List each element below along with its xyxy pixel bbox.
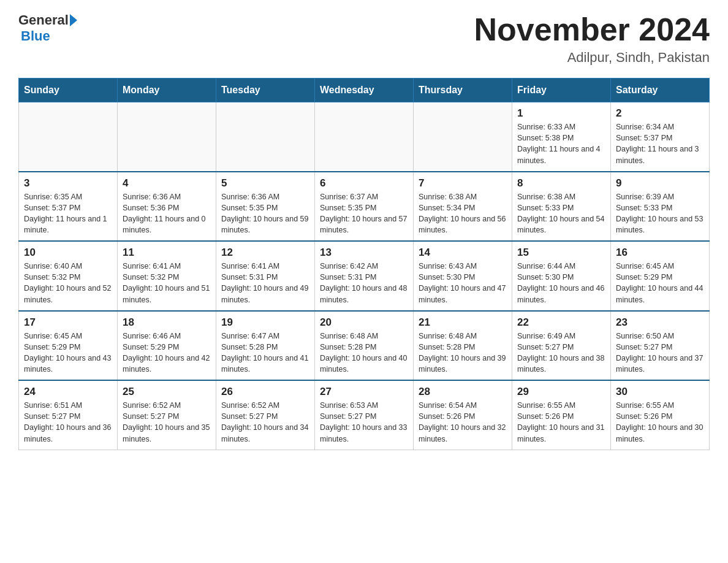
day-number: 7 [419, 177, 507, 190]
day-header-tuesday: Tuesday [216, 79, 315, 102]
calendar-cell: 10Sunrise: 6:40 AMSunset: 5:32 PMDayligh… [19, 241, 118, 311]
day-number: 23 [616, 316, 704, 329]
calendar-cell: 29Sunrise: 6:55 AMSunset: 5:26 PMDayligh… [512, 380, 611, 450]
day-info: Sunrise: 6:48 AMSunset: 5:28 PMDaylight:… [320, 331, 408, 375]
calendar-week-row: 1Sunrise: 6:33 AMSunset: 5:38 PMDaylight… [19, 102, 710, 172]
calendar-cell: 12Sunrise: 6:41 AMSunset: 5:31 PMDayligh… [216, 241, 315, 311]
day-info: Sunrise: 6:53 AMSunset: 5:27 PMDaylight:… [320, 400, 408, 445]
page-header: General Blue November 2024 Adilpur, Sind… [18, 12, 710, 66]
day-header-saturday: Saturday [611, 79, 710, 102]
day-number: 18 [123, 316, 211, 329]
day-number: 3 [24, 177, 112, 190]
day-number: 8 [517, 177, 605, 190]
calendar-week-row: 3Sunrise: 6:35 AMSunset: 5:37 PMDaylight… [19, 172, 710, 242]
day-info: Sunrise: 6:36 AMSunset: 5:36 PMDaylight:… [123, 191, 211, 236]
calendar-cell [19, 102, 118, 172]
calendar-cell: 27Sunrise: 6:53 AMSunset: 5:27 PMDayligh… [315, 380, 414, 450]
day-number: 12 [221, 247, 309, 259]
day-info: Sunrise: 6:45 AMSunset: 5:29 PMDaylight:… [616, 261, 704, 305]
day-info: Sunrise: 6:48 AMSunset: 5:28 PMDaylight:… [419, 331, 507, 375]
calendar-week-row: 10Sunrise: 6:40 AMSunset: 5:32 PMDayligh… [19, 241, 710, 311]
day-number: 2 [616, 107, 704, 120]
day-info: Sunrise: 6:46 AMSunset: 5:29 PMDaylight:… [123, 331, 211, 375]
day-info: Sunrise: 6:54 AMSunset: 5:26 PMDaylight:… [419, 400, 507, 445]
calendar-cell [216, 102, 315, 172]
day-info: Sunrise: 6:55 AMSunset: 5:26 PMDaylight:… [616, 400, 704, 445]
calendar-cell: 28Sunrise: 6:54 AMSunset: 5:26 PMDayligh… [414, 380, 512, 450]
calendar-cell: 22Sunrise: 6:49 AMSunset: 5:27 PMDayligh… [512, 311, 611, 381]
day-number: 4 [123, 177, 211, 190]
day-header-monday: Monday [118, 79, 216, 102]
day-number: 15 [517, 247, 605, 259]
location-title: Adilpur, Sindh, Pakistan [474, 50, 710, 66]
calendar-cell [118, 102, 216, 172]
calendar-cell: 26Sunrise: 6:52 AMSunset: 5:27 PMDayligh… [216, 380, 315, 450]
day-number: 14 [419, 247, 507, 259]
day-number: 25 [123, 386, 211, 398]
day-number: 21 [419, 316, 507, 329]
calendar-cell: 20Sunrise: 6:48 AMSunset: 5:28 PMDayligh… [315, 311, 414, 381]
month-title: November 2024 [474, 12, 710, 47]
day-number: 30 [616, 386, 704, 398]
day-number: 16 [616, 247, 704, 259]
day-info: Sunrise: 6:35 AMSunset: 5:37 PMDaylight:… [24, 191, 112, 236]
calendar-cell: 9Sunrise: 6:39 AMSunset: 5:33 PMDaylight… [611, 172, 710, 242]
calendar-cell [315, 102, 414, 172]
day-info: Sunrise: 6:51 AMSunset: 5:27 PMDaylight:… [24, 400, 112, 445]
day-number: 9 [616, 177, 704, 190]
calendar-cell: 21Sunrise: 6:48 AMSunset: 5:28 PMDayligh… [414, 311, 512, 381]
day-info: Sunrise: 6:52 AMSunset: 5:27 PMDaylight:… [123, 400, 211, 445]
calendar-cell: 3Sunrise: 6:35 AMSunset: 5:37 PMDaylight… [19, 172, 118, 242]
day-info: Sunrise: 6:36 AMSunset: 5:35 PMDaylight:… [221, 191, 309, 236]
day-info: Sunrise: 6:45 AMSunset: 5:29 PMDaylight:… [24, 331, 112, 375]
calendar-cell: 13Sunrise: 6:42 AMSunset: 5:31 PMDayligh… [315, 241, 414, 311]
day-info: Sunrise: 6:38 AMSunset: 5:33 PMDaylight:… [517, 191, 605, 236]
logo-arrow-icon [70, 14, 77, 26]
calendar-cell: 23Sunrise: 6:50 AMSunset: 5:27 PMDayligh… [611, 311, 710, 381]
calendar-week-row: 24Sunrise: 6:51 AMSunset: 5:27 PMDayligh… [19, 380, 710, 450]
day-number: 24 [24, 386, 112, 398]
calendar-cell: 17Sunrise: 6:45 AMSunset: 5:29 PMDayligh… [19, 311, 118, 381]
day-info: Sunrise: 6:49 AMSunset: 5:27 PMDaylight:… [517, 331, 605, 375]
day-info: Sunrise: 6:43 AMSunset: 5:30 PMDaylight:… [419, 261, 507, 305]
calendar-cell: 16Sunrise: 6:45 AMSunset: 5:29 PMDayligh… [611, 241, 710, 311]
logo: General Blue [18, 12, 77, 44]
day-number: 27 [320, 386, 408, 398]
calendar-cell [414, 102, 512, 172]
day-number: 28 [419, 386, 507, 398]
day-info: Sunrise: 6:33 AMSunset: 5:38 PMDaylight:… [517, 121, 605, 166]
calendar-cell: 24Sunrise: 6:51 AMSunset: 5:27 PMDayligh… [19, 380, 118, 450]
day-info: Sunrise: 6:50 AMSunset: 5:27 PMDaylight:… [616, 331, 704, 375]
calendar-cell: 7Sunrise: 6:38 AMSunset: 5:34 PMDaylight… [414, 172, 512, 242]
calendar-cell: 11Sunrise: 6:41 AMSunset: 5:32 PMDayligh… [118, 241, 216, 311]
day-number: 22 [517, 316, 605, 329]
day-header-wednesday: Wednesday [315, 79, 414, 102]
calendar-cell: 6Sunrise: 6:37 AMSunset: 5:35 PMDaylight… [315, 172, 414, 242]
logo-blue: Blue [21, 28, 50, 44]
day-number: 11 [123, 247, 211, 259]
calendar-cell: 2Sunrise: 6:34 AMSunset: 5:37 PMDaylight… [611, 102, 710, 172]
day-info: Sunrise: 6:41 AMSunset: 5:32 PMDaylight:… [123, 261, 211, 305]
calendar-week-row: 17Sunrise: 6:45 AMSunset: 5:29 PMDayligh… [19, 311, 710, 381]
day-number: 17 [24, 316, 112, 329]
calendar-cell: 1Sunrise: 6:33 AMSunset: 5:38 PMDaylight… [512, 102, 611, 172]
day-info: Sunrise: 6:42 AMSunset: 5:31 PMDaylight:… [320, 261, 408, 305]
calendar-cell: 25Sunrise: 6:52 AMSunset: 5:27 PMDayligh… [118, 380, 216, 450]
calendar-cell: 5Sunrise: 6:36 AMSunset: 5:35 PMDaylight… [216, 172, 315, 242]
day-info: Sunrise: 6:55 AMSunset: 5:26 PMDaylight:… [517, 400, 605, 445]
day-info: Sunrise: 6:39 AMSunset: 5:33 PMDaylight:… [616, 191, 704, 236]
day-number: 29 [517, 386, 605, 398]
day-header-thursday: Thursday [414, 79, 512, 102]
calendar-cell: 30Sunrise: 6:55 AMSunset: 5:26 PMDayligh… [611, 380, 710, 450]
day-info: Sunrise: 6:52 AMSunset: 5:27 PMDaylight:… [221, 400, 309, 445]
title-block: November 2024 Adilpur, Sindh, Pakistan [474, 12, 710, 66]
day-header-sunday: Sunday [19, 79, 118, 102]
day-number: 13 [320, 247, 408, 259]
day-number: 20 [320, 316, 408, 329]
day-number: 10 [24, 247, 112, 259]
calendar-table: SundayMondayTuesdayWednesdayThursdayFrid… [18, 78, 710, 450]
day-number: 26 [221, 386, 309, 398]
calendar-cell: 4Sunrise: 6:36 AMSunset: 5:36 PMDaylight… [118, 172, 216, 242]
day-info: Sunrise: 6:40 AMSunset: 5:32 PMDaylight:… [24, 261, 112, 305]
calendar-cell: 14Sunrise: 6:43 AMSunset: 5:30 PMDayligh… [414, 241, 512, 311]
